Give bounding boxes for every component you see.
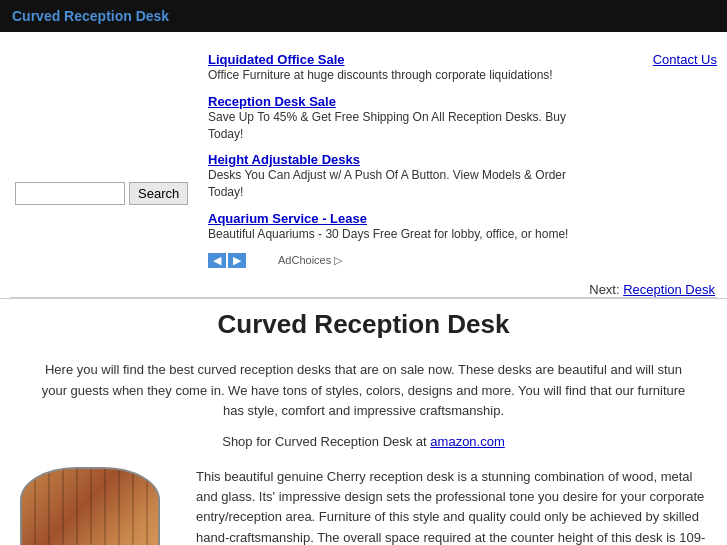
page-title-section: Curved Reception Desk bbox=[0, 298, 727, 348]
page-title: Curved Reception Desk bbox=[20, 309, 707, 340]
contact-link[interactable]: Contact Us bbox=[653, 52, 717, 67]
next-link-row: Next: Reception Desk bbox=[0, 282, 727, 297]
amazon-text: Shop for Curved Reception Desk at bbox=[222, 434, 427, 449]
ad-item-3: Height Adjustable Desks Desks You Can Ad… bbox=[208, 152, 589, 201]
next-link[interactable]: Reception Desk bbox=[623, 282, 715, 297]
ad-title-2[interactable]: Reception Desk Sale bbox=[208, 94, 589, 109]
search-form: Search bbox=[15, 182, 188, 205]
amazon-link[interactable]: amazon.com bbox=[430, 434, 504, 449]
ad-next-arrow[interactable]: ▶ bbox=[228, 253, 246, 268]
desk-slat-decoration bbox=[22, 469, 158, 545]
left-sidebar: Search bbox=[0, 42, 200, 268]
header: Curved Reception Desk bbox=[0, 0, 727, 32]
intro-text: Here you will find the best curved recep… bbox=[0, 348, 727, 428]
ad-desc-1: Office Furniture at huge discounts throu… bbox=[208, 67, 589, 84]
product-image bbox=[20, 467, 160, 545]
next-label: Next: bbox=[589, 282, 619, 297]
ad-desc-4: Beautiful Aquariums - 30 Days Free Great… bbox=[208, 226, 589, 243]
ad-title-3[interactable]: Height Adjustable Desks bbox=[208, 152, 589, 167]
amazon-link-row: Shop for Curved Reception Desk at amazon… bbox=[0, 428, 727, 459]
product-image-container bbox=[20, 467, 180, 545]
right-contact: Contact Us bbox=[597, 42, 727, 268]
ad-title-1[interactable]: Liquidated Office Sale bbox=[208, 52, 589, 67]
ad-prev-arrow[interactable]: ◀ bbox=[208, 253, 226, 268]
search-input[interactable] bbox=[15, 182, 125, 205]
search-button[interactable]: Search bbox=[129, 182, 188, 205]
product-section: This beautiful genuine Cherry reception … bbox=[0, 459, 727, 545]
ad-desc-2: Save Up To 45% & Get Free Shipping On Al… bbox=[208, 109, 589, 143]
ad-item-1: Liquidated Office Sale Office Furniture … bbox=[208, 52, 589, 84]
product-desc: This beautiful genuine Cherry reception … bbox=[196, 467, 707, 545]
main-layout: Search Liquidated Office Sale Office Fur… bbox=[0, 32, 727, 278]
ad-desc-3: Desks You Can Adjust w/ A Push Of A Butt… bbox=[208, 167, 589, 201]
ad-item-2: Reception Desk Sale Save Up To 45% & Get… bbox=[208, 94, 589, 143]
center-ads: Liquidated Office Sale Office Furniture … bbox=[200, 42, 597, 268]
ad-nav: ◀ ▶ AdChoices ▷ bbox=[208, 253, 589, 268]
ad-item-4: Aquarium Service - Lease Beautiful Aquar… bbox=[208, 211, 589, 243]
ad-choices: AdChoices ▷ bbox=[278, 254, 342, 267]
ad-title-4[interactable]: Aquarium Service - Lease bbox=[208, 211, 589, 226]
header-title-link[interactable]: Curved Reception Desk bbox=[12, 8, 169, 24]
